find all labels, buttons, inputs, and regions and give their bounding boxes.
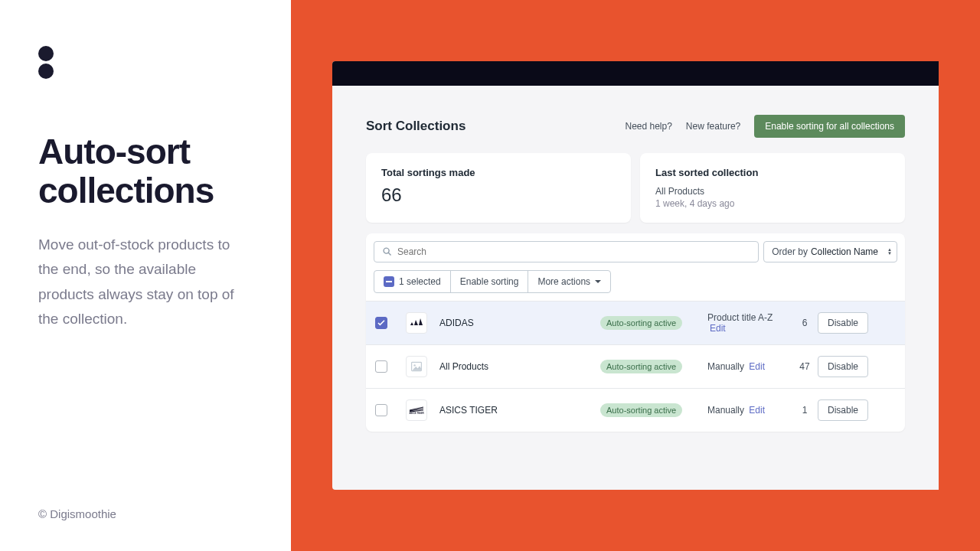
logo-dot-bottom — [38, 64, 54, 79]
app-topbar — [332, 61, 939, 86]
bulk-action-bar: 1 selected Enable sorting More actions — [366, 270, 905, 301]
enable-all-button[interactable]: Enable sorting for all collections — [754, 115, 905, 138]
collection-thumb — [406, 312, 427, 334]
page-title: Sort Collections — [366, 119, 466, 134]
bulk-group: 1 selected Enable sorting More actions — [374, 270, 611, 293]
sort-method: Manually Edit — [707, 405, 792, 416]
table-body: ADIDASAuto-sorting activeProduct title A… — [366, 301, 905, 432]
order-by-select[interactable]: Order by Collection Name ▲▼ — [763, 241, 897, 262]
app-window: Sort Collections Need help? New feature?… — [332, 61, 939, 490]
svg-text:ASICS TIGER: ASICS TIGER — [409, 412, 424, 415]
collection-name[interactable]: All Products — [439, 361, 600, 372]
enable-sorting-button[interactable]: Enable sorting — [451, 271, 529, 292]
need-help-link[interactable]: Need help? — [625, 121, 671, 132]
last-sorted-time: 1 week, 4 days ago — [655, 198, 890, 209]
product-count: 47 — [792, 361, 818, 372]
disable-button[interactable]: Disable — [818, 312, 868, 334]
page-heading: Auto-sort collections — [38, 132, 253, 210]
edit-link[interactable]: Edit — [749, 405, 765, 416]
check-icon — [377, 320, 385, 326]
disable-button[interactable]: Disable — [818, 399, 868, 421]
svg-point-1 — [413, 364, 415, 366]
edit-link[interactable]: Edit — [749, 361, 765, 372]
table-row: ADIDASAuto-sorting activeProduct title A… — [366, 301, 905, 344]
order-prefix: Order by — [772, 246, 808, 257]
collection-name[interactable]: ADIDAS — [439, 318, 600, 328]
page-description: Move out-of-stock products to the end, s… — [38, 233, 253, 331]
select-all-toggle[interactable]: 1 selected — [374, 271, 451, 292]
collection-name[interactable]: ASICS TIGER — [439, 405, 600, 416]
product-count: 1 — [792, 405, 818, 416]
search-input[interactable] — [397, 246, 750, 257]
new-feature-link[interactable]: New feature? — [686, 121, 740, 132]
sort-method: Product title A-Z Edit — [707, 312, 792, 334]
right-panel: Sort Collections Need help? New feature?… — [291, 0, 980, 551]
left-panel: Auto-sort collections Move out-of-stock … — [0, 0, 291, 551]
row-checkbox[interactable] — [375, 317, 387, 329]
row-checkbox[interactable] — [375, 360, 387, 373]
status-badge: Auto-sorting active — [600, 360, 682, 373]
last-sorted-name: All Products — [655, 186, 890, 197]
more-actions-button[interactable]: More actions — [528, 271, 610, 292]
sort-method: Manually Edit — [707, 361, 792, 372]
total-sortings-value: 66 — [381, 184, 616, 206]
collection-thumb: ASICS TIGER — [406, 399, 427, 421]
last-sorted-card: Last sorted collection All Products 1 we… — [640, 153, 905, 223]
disable-button[interactable]: Disable — [818, 356, 868, 377]
collections-table: Order by Collection Name ▲▼ 1 selected E… — [366, 233, 905, 432]
last-sorted-label: Last sorted collection — [655, 167, 890, 178]
total-sortings-label: Total sortings made — [381, 167, 616, 178]
adidas-logo-icon — [409, 318, 424, 328]
logo-dot-top — [38, 46, 54, 61]
table-row: ASICS TIGERASICS TIGERAuto-sorting activ… — [366, 388, 905, 432]
sort-arrows-icon: ▲▼ — [887, 248, 892, 256]
asics-logo-icon: ASICS TIGER — [409, 406, 424, 415]
copyright: © Digismoothie — [38, 507, 116, 520]
row-checkbox[interactable] — [375, 404, 387, 416]
table-controls: Order by Collection Name ▲▼ — [366, 233, 905, 270]
more-actions-label: More actions — [537, 276, 590, 287]
edit-link[interactable]: Edit — [710, 323, 726, 334]
selected-count: 1 selected — [399, 276, 441, 287]
collection-thumb — [406, 356, 427, 377]
stats-row: Total sortings made 66 Last sorted colle… — [366, 153, 905, 223]
page-header: Sort Collections Need help? New feature?… — [366, 115, 905, 138]
indeterminate-checkbox-icon — [384, 276, 394, 287]
search-icon — [382, 246, 393, 257]
app-content: Sort Collections Need help? New feature?… — [332, 86, 939, 447]
logo — [38, 46, 253, 79]
search-box[interactable] — [374, 241, 759, 262]
chevron-down-icon — [595, 280, 601, 283]
image-placeholder-icon — [410, 360, 423, 373]
total-sortings-card: Total sortings made 66 — [366, 153, 631, 223]
order-value: Collection Name — [811, 246, 878, 257]
product-count: 6 — [792, 318, 818, 328]
header-actions: Need help? New feature? Enable sorting f… — [625, 115, 905, 138]
status-badge: Auto-sorting active — [600, 316, 682, 330]
status-badge: Auto-sorting active — [600, 403, 682, 417]
table-row: All ProductsAuto-sorting activeManually … — [366, 344, 905, 388]
